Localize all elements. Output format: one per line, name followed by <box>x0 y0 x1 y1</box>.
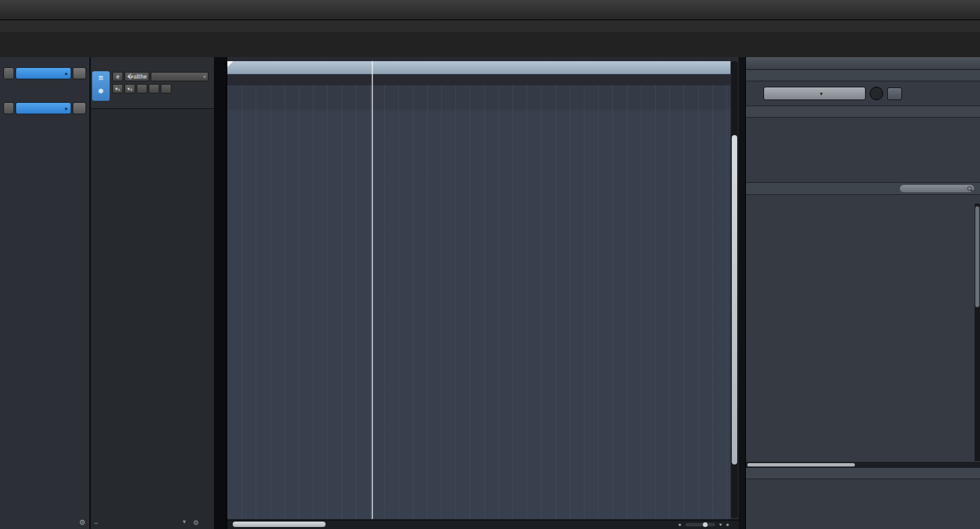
cycle-track-button[interactable] <box>149 84 159 93</box>
arranger-row-2: ▾₁ ▾₂ <box>112 84 172 93</box>
scroll-down-icon[interactable]: ▼ <box>182 519 187 525</box>
h-zoom-thumb[interactable] <box>703 522 708 527</box>
groove-agent-item[interactable]: ▸ <box>15 102 71 114</box>
arranger-edit-button[interactable]: e <box>112 72 123 81</box>
search-icon <box>967 186 972 191</box>
ruler-corner-marker <box>227 61 233 67</box>
edit-instrument-button[interactable] <box>73 102 86 114</box>
track-list-footer: – ▼ ⚙ <box>93 519 214 528</box>
results-header-row <box>746 195 980 204</box>
arranger-parts-strip[interactable] <box>227 75 730 85</box>
flatten-button[interactable]: ▾₁ <box>112 84 123 93</box>
mediabay-nav-row: ▾ <box>746 81 980 106</box>
results-v-scrollbar[interactable] <box>975 204 980 461</box>
results-h-thumb[interactable] <box>747 463 855 466</box>
inspector-panel: ▸ ▸ ⚙ <box>0 57 90 529</box>
vertical-scrollbar[interactable] <box>731 61 738 518</box>
inspector-track-name[interactable]: ▸ <box>15 67 71 79</box>
arranger-row-1: e �althe ▾ <box>112 72 209 81</box>
arranger-track-header: ≣✽ e �althe ▾ ▾₁ ▾₂ <box>91 57 214 109</box>
vertical-scrollbar-thumb[interactable] <box>732 135 737 464</box>
groove-blank-box <box>3 102 14 114</box>
event-lanes <box>227 110 730 519</box>
zoom-controls[interactable]: ● ▾ ● <box>678 522 729 528</box>
arranger-icon-button[interactable]: �althe <box>124 72 149 81</box>
shrink-tracks-icon[interactable]: – <box>94 519 98 526</box>
project-status-bar <box>0 20 980 33</box>
filter-columns <box>746 128 980 183</box>
playhead-cursor[interactable] <box>372 61 373 519</box>
arranger-chain-dropdown[interactable]: ▾ <box>151 72 209 81</box>
add-track-button[interactable] <box>204 60 213 69</box>
event-info-line <box>0 32 980 57</box>
horizontal-scrollbar[interactable]: ● ▾ ● <box>227 520 739 529</box>
results-toolbar <box>746 183 980 195</box>
results-list <box>746 204 980 462</box>
define-locations-button[interactable] <box>887 87 902 100</box>
track-list-panel: ≣✽ e �althe ▾ ▾₁ ▾₂ <box>91 57 214 529</box>
arrange-area: ● ▾ ● <box>227 57 739 529</box>
edit-channel-button[interactable] <box>73 67 86 79</box>
scan-locations-header[interactable] <box>746 70 980 81</box>
location-dropdown[interactable]: ▾ <box>763 87 866 100</box>
results-v-thumb[interactable] <box>975 206 979 307</box>
zeigen-button[interactable] <box>137 84 147 93</box>
marker-lane[interactable] <box>227 85 730 110</box>
flatten-options-button[interactable]: ▾₂ <box>124 84 135 93</box>
inspector-track-item[interactable]: ▸ <box>3 67 86 79</box>
search-input[interactable] <box>900 185 974 192</box>
h-zoom-slider[interactable] <box>685 523 715 526</box>
arranger-track-color-tab[interactable]: ≣✽ <box>92 71 110 101</box>
expand-arrow-icon: ▸ <box>65 106 68 112</box>
track-settings-gear-icon[interactable]: ⚙ <box>193 519 199 526</box>
v-zoom-dot-icon: ● <box>726 522 729 528</box>
mediabay-title <box>746 57 980 70</box>
track-number-box <box>3 67 14 79</box>
inspector-groove-item[interactable]: ▸ <box>3 102 86 114</box>
timeline-ruler[interactable] <box>227 61 730 75</box>
zoom-track-button[interactable] <box>161 84 172 93</box>
reset-filter-button[interactable] <box>870 87 883 100</box>
inspector-title <box>0 57 89 60</box>
zoom-preset-arrow-icon[interactable]: ▾ <box>719 522 722 528</box>
filter-section-header[interactable] <box>746 106 980 118</box>
preview-area <box>746 479 980 529</box>
expand-arrow-icon: ▸ <box>65 71 68 77</box>
zoom-dot-icon: ● <box>678 522 681 528</box>
filter-column-headers <box>746 118 980 128</box>
mediabay-panel: ▾ <box>745 57 980 529</box>
preview-section-header[interactable] <box>746 468 980 479</box>
main-toolbar <box>0 0 980 20</box>
results-h-scrollbar[interactable] <box>746 462 980 468</box>
track-list-scroll-gutter[interactable] <box>214 57 227 529</box>
inspector-settings-gear-icon[interactable]: ⚙ <box>79 518 85 527</box>
horizontal-scrollbar-thumb[interactable] <box>233 522 326 527</box>
